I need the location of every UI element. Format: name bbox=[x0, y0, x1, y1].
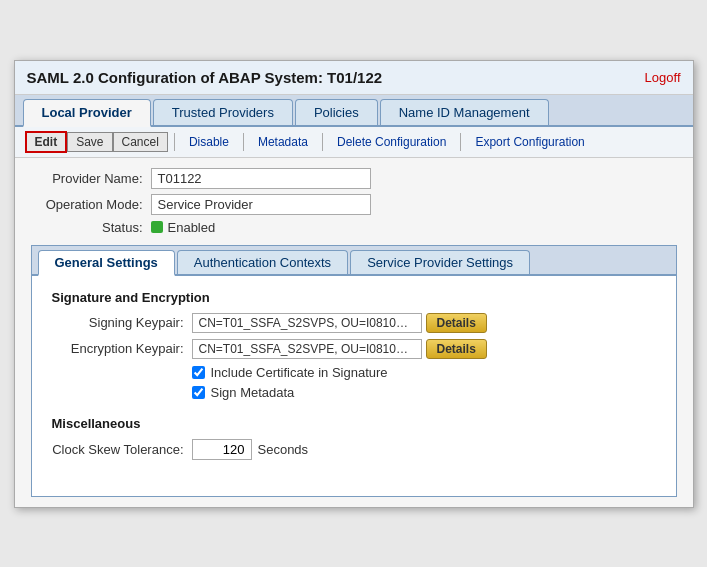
status-row: Status: Enabled bbox=[31, 220, 677, 235]
inner-tabs-container: General Settings Authentication Contexts… bbox=[31, 245, 677, 497]
clock-skew-label: Clock Skew Tolerance: bbox=[52, 442, 192, 457]
status-indicator bbox=[151, 221, 163, 233]
page-title: SAML 2.0 Configuration of ABAP System: T… bbox=[27, 69, 383, 86]
tab-service-provider-settings[interactable]: Service Provider Settings bbox=[350, 250, 530, 274]
status-value: Enabled bbox=[168, 220, 216, 235]
signing-keypair-value: CN=T01_SSFA_S2SVPS, OU=I0810001247, bbox=[192, 313, 422, 333]
inner-content: Signature and Encryption Signing Keypair… bbox=[32, 276, 676, 496]
toolbar-separator-4 bbox=[460, 133, 461, 151]
encryption-keypair-row: Encryption Keypair: CN=T01_SSFA_S2SVPE, … bbox=[52, 339, 656, 359]
metadata-link[interactable]: Metadata bbox=[250, 133, 316, 151]
encryption-keypair-value: CN=T01_SSFA_S2SVPE, OU=I0810001247, bbox=[192, 339, 422, 359]
operation-mode-label: Operation Mode: bbox=[31, 197, 151, 212]
cancel-button[interactable]: Cancel bbox=[113, 132, 168, 152]
toolbar: Edit Save Cancel Disable Metadata Delete… bbox=[15, 127, 693, 158]
title-bar: SAML 2.0 Configuration of ABAP System: T… bbox=[15, 61, 693, 95]
toolbar-separator-1 bbox=[174, 133, 175, 151]
toolbar-separator-2 bbox=[243, 133, 244, 151]
misc-section: Miscellaneous Clock Skew Tolerance: Seco… bbox=[52, 416, 656, 460]
tab-general-settings[interactable]: General Settings bbox=[38, 250, 175, 276]
tab-policies[interactable]: Policies bbox=[295, 99, 378, 125]
signing-keypair-label: Signing Keypair: bbox=[52, 315, 192, 330]
include-cert-row: Include Certificate in Signature bbox=[192, 365, 656, 380]
provider-name-value: T01122 bbox=[151, 168, 371, 189]
tab-trusted-providers[interactable]: Trusted Providers bbox=[153, 99, 293, 125]
tab-name-id-management[interactable]: Name ID Management bbox=[380, 99, 549, 125]
main-window: SAML 2.0 Configuration of ABAP System: T… bbox=[14, 60, 694, 508]
logoff-link[interactable]: Logoff bbox=[645, 70, 681, 85]
disable-link[interactable]: Disable bbox=[181, 133, 237, 151]
operation-mode-value: Service Provider bbox=[151, 194, 371, 215]
provider-name-row: Provider Name: T01122 bbox=[31, 168, 677, 189]
clock-skew-input[interactable] bbox=[192, 439, 252, 460]
encryption-details-button[interactable]: Details bbox=[426, 339, 487, 359]
sign-metadata-label: Sign Metadata bbox=[211, 385, 295, 400]
main-tabs-row: Local Provider Trusted Providers Policie… bbox=[15, 95, 693, 127]
export-link[interactable]: Export Configuration bbox=[467, 133, 592, 151]
signing-keypair-row: Signing Keypair: CN=T01_SSFA_S2SVPS, OU=… bbox=[52, 313, 656, 333]
inner-tabs-row: General Settings Authentication Contexts… bbox=[32, 246, 676, 276]
sign-metadata-checkbox[interactable] bbox=[192, 386, 205, 399]
content-area: Provider Name: T01122 Operation Mode: Se… bbox=[15, 158, 693, 507]
include-cert-checkbox[interactable] bbox=[192, 366, 205, 379]
save-button[interactable]: Save bbox=[67, 132, 112, 152]
operation-mode-row: Operation Mode: Service Provider bbox=[31, 194, 677, 215]
toolbar-separator-3 bbox=[322, 133, 323, 151]
status-label: Status: bbox=[31, 220, 151, 235]
signing-details-button[interactable]: Details bbox=[426, 313, 487, 333]
tab-auth-contexts[interactable]: Authentication Contexts bbox=[177, 250, 348, 274]
provider-name-label: Provider Name: bbox=[31, 171, 151, 186]
sign-metadata-row: Sign Metadata bbox=[192, 385, 656, 400]
edit-button[interactable]: Edit bbox=[25, 131, 68, 153]
delete-link[interactable]: Delete Configuration bbox=[329, 133, 454, 151]
tab-local-provider[interactable]: Local Provider bbox=[23, 99, 151, 127]
sig-enc-title: Signature and Encryption bbox=[52, 290, 656, 305]
encryption-keypair-label: Encryption Keypair: bbox=[52, 341, 192, 356]
clock-skew-unit: Seconds bbox=[258, 442, 309, 457]
misc-title: Miscellaneous bbox=[52, 416, 656, 431]
include-cert-label: Include Certificate in Signature bbox=[211, 365, 388, 380]
clock-skew-row: Clock Skew Tolerance: Seconds bbox=[52, 439, 656, 460]
